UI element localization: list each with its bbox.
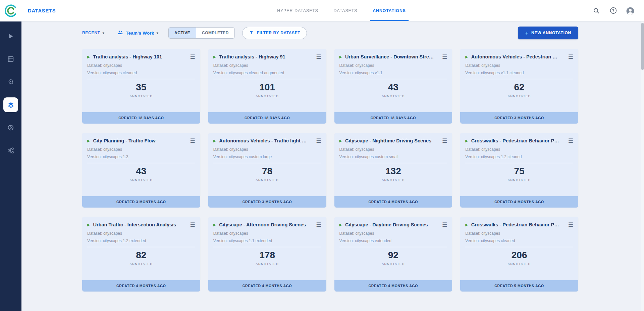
- card-menu-icon[interactable]: ☰: [442, 54, 447, 60]
- play-icon[interactable]: ▶: [87, 55, 90, 59]
- card-divider: [87, 163, 195, 163]
- card-created-badge: CREATED 4 MONTHS AGO: [208, 280, 326, 292]
- layers-icon[interactable]: [3, 97, 18, 112]
- wheel-icon[interactable]: [3, 120, 18, 135]
- card-title: Traffic analysis - Highway 101: [93, 54, 185, 59]
- annotated-label: ANNOTATED: [465, 94, 573, 98]
- chevron-down-icon: ▾: [103, 31, 105, 35]
- help-icon[interactable]: ?: [609, 7, 617, 15]
- card-title: Cityscape - Nighttime Driving Scenes: [345, 138, 437, 143]
- play-icon[interactable]: ▶: [339, 139, 342, 143]
- chevron-down-icon: ▾: [157, 31, 159, 35]
- annotation-card[interactable]: ▶ Autonomous Vehicles - Traffic light … …: [208, 133, 326, 208]
- annotation-card[interactable]: ▶ Cityscape - Daytime Driving Scenes ☰ D…: [334, 217, 452, 292]
- card-menu-icon[interactable]: ☰: [316, 138, 321, 144]
- annotation-card[interactable]: ▶ Crosswalks - Pedestrian Behavior P… ☰ …: [460, 133, 578, 208]
- card-menu-icon[interactable]: ☰: [568, 222, 573, 228]
- new-annotation-button[interactable]: + NEW ANNOTATION: [518, 27, 578, 39]
- play-icon[interactable]: ▶: [339, 55, 342, 59]
- card-header: ▶ Autonomous Vehicles - Traffic light … …: [213, 137, 321, 144]
- card-menu-icon[interactable]: ☰: [190, 54, 195, 60]
- card-menu-icon[interactable]: ☰: [568, 138, 573, 144]
- card-dataset: Dataset: cityscapes: [465, 147, 573, 152]
- annotated-label: ANNOTATED: [465, 178, 573, 182]
- card-menu-icon[interactable]: ☰: [316, 54, 321, 60]
- annotation-card[interactable]: ▶ Urban Traffic - Intersection Analysis …: [82, 217, 200, 292]
- card-created-badge: CREATED 18 DAYS AGO: [334, 112, 452, 124]
- card-version: Version: cityscapes 1.3: [87, 154, 195, 159]
- play-icon[interactable]: ▶: [87, 139, 90, 143]
- tab-hyper-datasets[interactable]: HYPER-DATASETS: [277, 0, 318, 21]
- card-body: ▶ Crosswalks - Pedestrian Behavior P… ☰ …: [460, 217, 578, 280]
- annotation-card[interactable]: ▶ Urban Surveillance - Downtown Stre… ☰ …: [334, 49, 452, 124]
- card-menu-icon[interactable]: ☰: [190, 222, 195, 228]
- card-title: Urban Traffic - Intersection Analysis: [93, 222, 185, 227]
- play-icon[interactable]: [3, 29, 18, 44]
- annotation-card[interactable]: ▶ City Planning - Traffic Flow ☰ Dataset…: [82, 133, 200, 208]
- card-menu-icon[interactable]: ☰: [316, 222, 321, 228]
- new-annotation-label: NEW ANNOTATION: [531, 31, 571, 35]
- card-menu-icon[interactable]: ☰: [190, 138, 195, 144]
- play-icon[interactable]: ▶: [213, 223, 216, 227]
- annotation-card[interactable]: ▶ Cityscape - Nighttime Driving Scenes ☰…: [334, 133, 452, 208]
- tab-datasets[interactable]: DATASETS: [334, 0, 358, 21]
- card-version: Version: cityscapes v1.1 cleaned: [465, 71, 573, 75]
- card-divider: [213, 247, 321, 247]
- card-created-badge: CREATED 3 MONTHS AGO: [460, 112, 578, 124]
- scope-dropdown[interactable]: Team's Work ▾: [117, 29, 158, 37]
- annotation-card[interactable]: ▶ Autonomous Vehicles - Pedestrian … ☰ D…: [460, 49, 578, 124]
- segment-completed[interactable]: COMPLETED: [196, 28, 234, 38]
- card-body: ▶ Cityscape - Nighttime Driving Scenes ☰…: [334, 133, 452, 196]
- scrollbar-thumb[interactable]: [641, 23, 644, 70]
- search-icon[interactable]: [592, 7, 600, 15]
- segment-active[interactable]: ACTIVE: [169, 28, 196, 38]
- card-version: Version: cityscapes cleaned: [465, 238, 573, 243]
- toolbar: RECENT ▾ Team's Work ▾ ACTIVE COMPLETED: [21, 26, 644, 40]
- main-content: RECENT ▾ Team's Work ▾ ACTIVE COMPLETED: [21, 0, 644, 305]
- card-body: ▶ City Planning - Traffic Flow ☰ Dataset…: [82, 133, 200, 196]
- card-body: ▶ Traffic analysis - Highway 101 ☰ Datas…: [82, 49, 200, 112]
- scope-dropdown-label: Team's Work: [126, 31, 154, 36]
- card-dataset: Dataset: cityscapes: [87, 231, 195, 236]
- play-icon[interactable]: ▶: [465, 55, 468, 59]
- card-menu-icon[interactable]: ☰: [442, 138, 447, 144]
- card-dataset: Dataset: cityscapes: [339, 63, 447, 68]
- annotation-card[interactable]: ▶ Cityscape - Afternoon Driving Scenes ☰…: [208, 217, 326, 292]
- card-created-badge: CREATED 4 MONTHS AGO: [334, 280, 452, 292]
- card-title: Traffic analysis - Highway 91: [219, 54, 311, 59]
- play-icon[interactable]: ▶: [339, 223, 342, 227]
- card-dataset: Dataset: cityscapes: [465, 63, 573, 68]
- play-icon[interactable]: ▶: [465, 223, 468, 227]
- card-created-badge: CREATED 18 DAYS AGO: [82, 112, 200, 124]
- annotation-card[interactable]: ▶ Traffic analysis - Highway 101 ☰ Datas…: [82, 49, 200, 124]
- card-version: Version: cityscapes custom small: [339, 154, 447, 159]
- card-created-badge: CREATED 4 MONTHS AGO: [82, 280, 200, 292]
- card-title: Urban Surveillance - Downtown Stre…: [345, 54, 437, 59]
- annotation-card[interactable]: ▶ Traffic analysis - Highway 91 ☰ Datase…: [208, 49, 326, 124]
- card-header: ▶ Urban Surveillance - Downtown Stre… ☰: [339, 53, 447, 60]
- card-menu-icon[interactable]: ☰: [568, 54, 573, 60]
- app-logo-icon[interactable]: [4, 3, 18, 18]
- card-divider: [339, 163, 447, 163]
- user-avatar[interactable]: [626, 7, 634, 15]
- vertical-scrollbar[interactable]: [641, 21, 644, 311]
- annotation-card[interactable]: ▶ Crosswalks - Pedestrian Behavior P… ☰ …: [460, 217, 578, 292]
- annotation-cards-grid: ▶ Traffic analysis - Highway 101 ☰ Datas…: [21, 49, 644, 305]
- card-version: Version: cityscapes v1.1: [339, 71, 447, 75]
- card-menu-icon[interactable]: ☰: [442, 222, 447, 228]
- card-divider: [465, 247, 573, 247]
- sort-dropdown[interactable]: RECENT ▾: [82, 31, 104, 35]
- annotated-label: ANNOTATED: [339, 262, 447, 266]
- pipeline-icon[interactable]: [3, 143, 18, 158]
- tab-annotations[interactable]: ANNOTATIONS: [373, 0, 406, 21]
- grid-icon[interactable]: [3, 52, 18, 66]
- play-icon[interactable]: ▶: [465, 139, 468, 143]
- filter-button-label: FILTER BY DATASET: [257, 31, 300, 35]
- play-icon[interactable]: ▶: [213, 139, 216, 143]
- camera-icon[interactable]: [3, 75, 18, 89]
- filter-by-dataset-button[interactable]: FILTER BY DATASET: [242, 27, 307, 39]
- card-header: ▶ City Planning - Traffic Flow ☰: [87, 137, 195, 144]
- card-body: ▶ Traffic analysis - Highway 91 ☰ Datase…: [208, 49, 326, 112]
- play-icon[interactable]: ▶: [213, 55, 216, 59]
- play-icon[interactable]: ▶: [87, 223, 90, 227]
